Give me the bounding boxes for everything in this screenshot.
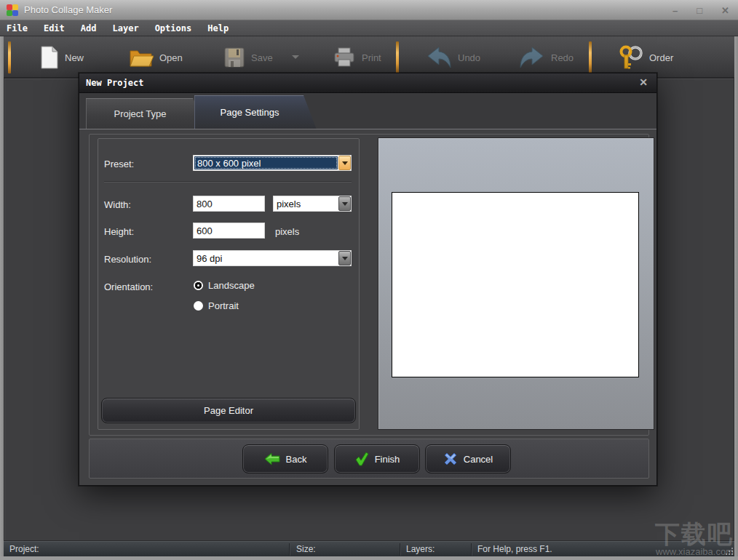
tab-underline: [79, 129, 656, 129]
height-label: Height:: [104, 226, 134, 237]
chevron-down-icon: [342, 161, 348, 165]
height-input[interactable]: [193, 223, 265, 239]
width-unit-dropdown-button[interactable]: [338, 196, 351, 211]
dialog-title: New Project: [86, 78, 143, 88]
new-button[interactable]: New: [40, 43, 84, 72]
height-unit-text: pixels: [275, 226, 299, 237]
order-button-label: Order: [649, 52, 673, 63]
dialog-action-bar: Back Finish Cancel: [89, 439, 649, 479]
status-help: For Help, press F1.: [477, 544, 552, 554]
status-separator: [289, 543, 290, 556]
page-editor-button-label: Page Editor: [204, 405, 253, 416]
new-document-icon: [40, 46, 59, 69]
chevron-down-icon: [342, 257, 348, 260]
toolbar: New Open Save: [4, 36, 734, 78]
menu-help[interactable]: Help: [207, 23, 229, 33]
page-preview: [392, 192, 639, 377]
resolution-select[interactable]: 96 dpi: [193, 250, 352, 266]
preset-value: 800 x 600 pixel: [194, 156, 338, 169]
back-button[interactable]: Back: [242, 444, 328, 473]
width-unit-select[interactable]: pixels: [273, 196, 352, 212]
radio-landscape[interactable]: Landscape: [194, 280, 255, 291]
window-frame: [0, 556, 738, 560]
redo-button[interactable]: Redo: [519, 43, 574, 72]
tab-page-settings-label: Page Settings: [221, 107, 291, 118]
width-input[interactable]: [193, 196, 265, 212]
status-layers: Layers:: [406, 544, 435, 554]
orientation-label: Orientation:: [104, 281, 153, 292]
toolbar-separator: [8, 41, 11, 73]
tab-project-type-label: Project Type: [114, 108, 178, 119]
save-dropdown-icon[interactable]: [292, 55, 299, 59]
tab-project-type[interactable]: Project Type: [86, 98, 206, 129]
menu-layer[interactable]: Layer: [113, 23, 139, 33]
menu-file[interactable]: File: [7, 23, 28, 33]
status-separator: [471, 543, 472, 556]
form-divider: [104, 181, 352, 183]
order-button[interactable]: Order: [619, 43, 673, 72]
new-project-dialog: New Project ✕ Project Type Page Settings…: [79, 73, 657, 486]
app-logo-icon: [7, 4, 18, 16]
resize-grip[interactable]: [723, 545, 733, 555]
save-floppy-icon: [223, 47, 245, 68]
save-button[interactable]: Save: [223, 43, 273, 72]
open-button-label: Open: [159, 52, 183, 63]
window-title: Photo Collage Maker: [24, 4, 112, 15]
undo-button-label: Undo: [458, 52, 480, 63]
back-arrow-icon: [264, 452, 280, 465]
menu-add[interactable]: Add: [81, 23, 97, 33]
radio-portrait-icon: [194, 301, 203, 311]
page-preview-panel: [378, 137, 654, 430]
radio-portrait-label: Portrait: [208, 300, 239, 311]
preset-label: Preset:: [104, 159, 134, 169]
dialog-close-icon[interactable]: ✕: [639, 76, 648, 88]
close-button[interactable]: ✕: [721, 6, 729, 15]
undo-button[interactable]: Undo: [426, 43, 480, 72]
toolbar-separator: [396, 41, 399, 73]
menu-edit[interactable]: Edit: [44, 23, 65, 33]
cancel-button[interactable]: Cancel: [425, 444, 511, 473]
finish-button[interactable]: Finish: [334, 444, 420, 473]
radio-landscape-label: Landscape: [208, 280, 255, 291]
menu-bar: File Edit Add Layer Options Help: [0, 20, 738, 36]
finish-button-label: Finish: [375, 454, 400, 465]
finish-check-icon: [354, 452, 369, 466]
chevron-down-icon: [342, 202, 348, 206]
open-button[interactable]: Open: [129, 43, 183, 72]
redo-icon: [519, 45, 545, 70]
toolbar-separator: [589, 41, 592, 73]
window-titlebar: Photo Collage Maker – □ ✕: [0, 0, 738, 20]
status-bar: Project: Size: Layers: For Help, press F…: [4, 541, 734, 556]
open-folder-icon: [129, 47, 154, 68]
cancel-button-label: Cancel: [464, 454, 493, 465]
order-key-icon: [619, 44, 643, 71]
width-unit-value: pixels: [274, 196, 338, 211]
preset-select[interactable]: 800 x 600 pixel: [193, 155, 352, 171]
print-icon: [333, 47, 356, 68]
back-button-label: Back: [286, 454, 307, 465]
dialog-tab-bar: Project Type Page Settings: [79, 93, 656, 129]
width-label: Width:: [104, 199, 131, 210]
save-button-label: Save: [251, 52, 273, 63]
resolution-dropdown-button[interactable]: [338, 251, 351, 265]
page-editor-button[interactable]: Page Editor: [101, 398, 356, 423]
tab-page-settings[interactable]: Page Settings: [194, 95, 317, 129]
undo-icon: [426, 45, 452, 70]
redo-button-label: Redo: [551, 52, 574, 63]
resolution-label: Resolution:: [104, 254, 151, 265]
maximize-button[interactable]: □: [697, 6, 702, 15]
radio-portrait[interactable]: Portrait: [194, 300, 239, 311]
window-frame: [734, 36, 738, 556]
status-separator: [400, 543, 401, 556]
dialog-titlebar: New Project ✕: [79, 73, 656, 93]
radio-landscape-icon: [194, 281, 203, 290]
print-button-label: Print: [362, 52, 381, 63]
menu-options[interactable]: Options: [155, 23, 192, 33]
print-button[interactable]: Print: [333, 43, 381, 72]
status-project: Project:: [9, 544, 39, 554]
resolution-value: 96 dpi: [194, 251, 338, 265]
preset-dropdown-button[interactable]: [338, 156, 351, 170]
page-settings-form: Preset: 800 x 600 pixel Width: pixels He…: [98, 138, 360, 430]
minimize-button[interactable]: –: [672, 6, 678, 15]
status-size: Size:: [296, 544, 316, 554]
